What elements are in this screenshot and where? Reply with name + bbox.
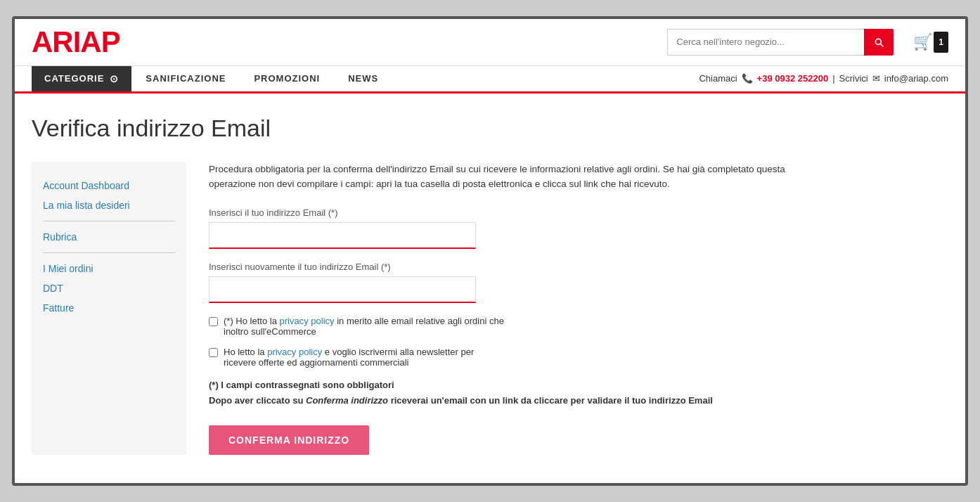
checkbox-newsletter: Ho letto la privacy policy e voglio iscr… — [209, 347, 504, 368]
sidebar-divider-2 — [43, 252, 175, 253]
sidebar-item-account-dashboard[interactable]: Account Dashboard — [43, 176, 175, 195]
search-wrapper — [667, 29, 894, 56]
contact-call-label: Chiamaci — [699, 73, 737, 84]
contact-email[interactable]: info@ariap.com — [884, 73, 948, 84]
nav-categories-label: CATEGORIE — [44, 73, 104, 84]
search-button[interactable] — [864, 29, 894, 56]
email-field-label: Inserisci il tuo indirizzo Email (*) — [209, 207, 948, 218]
email-icon: ✉ — [872, 73, 880, 84]
email-confirm-label: Inserisci nuovamente il tuo indirizzo Em… — [209, 262, 948, 272]
footnote-line2-after: riceverai un'email con un link da clicca… — [388, 395, 713, 406]
sidebar-divider — [43, 221, 175, 221]
sidebar-item-orders[interactable]: I Miei ordini — [43, 259, 175, 278]
checkbox-privacy-orders-input[interactable] — [209, 317, 218, 326]
chevron-down-icon: ⊙ — [110, 73, 119, 84]
logo: ARIAP — [32, 27, 120, 57]
nav-sanificazione[interactable]: SANIFICAZIONE — [131, 66, 240, 91]
nav-news[interactable]: NEWS — [334, 66, 392, 91]
contact-phone: +39 0932 252200 — [757, 73, 829, 84]
checkbox1-before-text: (*) Ho letto la — [224, 316, 277, 326]
email-input[interactable] — [209, 222, 476, 249]
content-layout: Account Dashboard La mia lista desideri … — [32, 162, 948, 455]
header: ARIAP 🛒 1 — [15, 19, 965, 66]
footnote-italic: Conferma indirizzo — [306, 395, 388, 406]
main-area: Procedura obbligatoria per la conferma d… — [209, 162, 948, 455]
phone-icon: 📞 — [742, 73, 753, 84]
confirm-button[interactable]: CONFERMA INDIRIZZO — [209, 425, 369, 455]
cart-icon[interactable]: 🛒 — [913, 34, 932, 50]
nav-categories[interactable]: CATEGORIE ⊙ — [32, 66, 131, 91]
nav-bar: CATEGORIE ⊙ SANIFICAZIONE PROMOZIONI NEW… — [15, 66, 965, 94]
cart-count[interactable]: 1 — [934, 32, 948, 53]
contact-write-label: Scrivici — [839, 73, 868, 84]
sidebar-item-ddt[interactable]: DDT — [43, 278, 175, 298]
search-input[interactable] — [667, 29, 864, 56]
search-icon — [873, 37, 884, 48]
nav-contact: Chiamaci 📞 +39 0932 252200 | Scrivici ✉ … — [699, 73, 948, 84]
sidebar: Account Dashboard La mia lista desideri … — [32, 162, 186, 455]
footnote-line2-before: Dopo aver cliccato su — [209, 395, 306, 406]
checkbox2-before-text: Ho letto la — [224, 347, 265, 357]
footnote-line1: (*) I campi contrassegnati sono obbligat… — [209, 380, 394, 390]
description-text: Procedura obbligatoria per la conferma d… — [209, 162, 785, 192]
checkbox-privacy-orders: (*) Ho letto la privacy policy in merito… — [209, 316, 504, 337]
email-confirm-input[interactable] — [209, 276, 476, 303]
page-title: Verifica indirizzo Email — [32, 115, 948, 142]
sidebar-item-fatture[interactable]: Fatture — [43, 298, 175, 318]
privacy-policy-link-2[interactable]: privacy policy — [267, 347, 322, 357]
sidebar-item-wishlist[interactable]: La mia lista desideri — [43, 195, 175, 215]
cart-wrapper: 🛒 1 — [913, 32, 948, 53]
checkbox-newsletter-input[interactable] — [209, 348, 218, 357]
sidebar-item-rubrica[interactable]: Rubrica — [43, 227, 175, 247]
privacy-policy-link-1[interactable]: privacy policy — [280, 316, 335, 326]
page-content: Verifica indirizzo Email Account Dashboa… — [15, 94, 965, 483]
nav-promozioni[interactable]: PROMOZIONI — [240, 66, 334, 91]
footnote: (*) I campi contrassegnati sono obbligat… — [209, 378, 785, 408]
